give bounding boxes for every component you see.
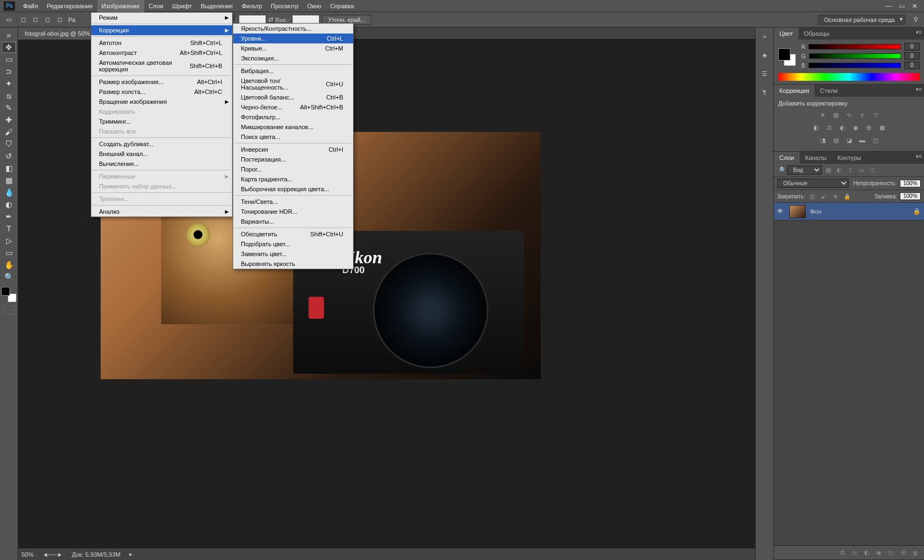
tab-layers[interactable]: Слои — [774, 152, 800, 164]
hue-sat-icon[interactable]: ◧ — [811, 123, 821, 132]
menu-item[interactable]: Постеризация... — [233, 154, 353, 164]
gradient-map-icon[interactable]: ▬ — [857, 135, 867, 145]
new-group-icon[interactable]: 🗀 — [887, 548, 895, 557]
selection-intersect-icon[interactable]: ◻ — [54, 14, 65, 25]
swap-dims-icon[interactable]: ⇄ — [268, 16, 273, 23]
fill-value[interactable]: 100% — [900, 192, 921, 200]
menu-редактирование[interactable]: Редактирование — [42, 0, 97, 12]
new-adjustment-icon[interactable]: ◉ — [875, 548, 883, 557]
menu-item[interactable]: Уровни...Ctrl+L — [233, 34, 353, 43]
r-value[interactable]: 0 — [904, 43, 920, 51]
character-panel-icon[interactable]: ¶ — [758, 86, 771, 99]
brightness-contrast-icon[interactable]: ☀ — [818, 110, 828, 120]
brush-tool[interactable]: 🖌 — [2, 126, 16, 137]
menu-item[interactable]: Размер холста...Alt+Ctrl+C — [91, 87, 232, 97]
menu-item[interactable]: Порог... — [233, 164, 353, 174]
hand-tool[interactable]: ✋ — [2, 259, 16, 270]
visibility-toggle-icon[interactable]: 👁 — [777, 208, 785, 215]
panel-menu-icon[interactable]: ▾≡ — [916, 29, 922, 35]
eyedropper-tool[interactable]: ✎ — [2, 102, 16, 113]
dodge-tool[interactable]: ◐ — [2, 199, 16, 210]
shape-tool[interactable]: ▭ — [2, 247, 16, 258]
panel-menu-icon[interactable]: ▾≡ — [916, 153, 922, 159]
b-value[interactable]: 0 — [904, 62, 920, 69]
color-spectrum[interactable] — [778, 73, 920, 81]
color-lookup-icon[interactable]: ▦ — [877, 123, 887, 132]
color-balance-icon[interactable]: ⚖ — [824, 123, 834, 132]
menu-шрифт[interactable]: Шрифт — [168, 0, 196, 12]
stamp-tool[interactable]: ⛉ — [2, 138, 16, 149]
layer-mask-icon[interactable]: ◐ — [862, 548, 871, 557]
menu-item[interactable]: Вычисления... — [91, 159, 232, 169]
menu-item[interactable]: Поиск цвета... — [233, 132, 353, 142]
menu-слои[interactable]: Слои — [144, 0, 168, 12]
tab-paths[interactable]: Контуры — [832, 152, 867, 164]
opacity-value[interactable]: 100% — [900, 180, 921, 187]
quick-mask-toggle[interactable] — [3, 306, 15, 314]
gradient-tool[interactable]: ▦ — [2, 175, 16, 186]
wand-tool[interactable]: ✦ — [2, 78, 16, 89]
menu-item[interactable]: Яркость/Контрастность... — [233, 24, 353, 34]
filter-search-icon[interactable]: 🔎 — [777, 167, 785, 174]
menu-item[interactable]: Коррекция▶ — [91, 25, 232, 35]
blur-tool[interactable]: 💧 — [2, 187, 16, 198]
toolbox-grip[interactable]: » — [2, 30, 16, 41]
threshold-icon[interactable]: ◪ — [844, 135, 854, 145]
history-brush-tool[interactable]: ↺ — [2, 151, 16, 162]
menu-item[interactable]: Заменить цвет... — [233, 249, 353, 259]
path-select-tool[interactable]: ▷ — [2, 235, 16, 246]
marquee-tool[interactable]: ▭ — [2, 54, 16, 65]
menu-item[interactable]: Карта градиента... — [233, 174, 353, 184]
menu-окно[interactable]: Окно — [303, 0, 326, 12]
menu-item[interactable]: Режим▶ — [91, 13, 232, 23]
posterize-icon[interactable]: ▤ — [831, 135, 841, 145]
blend-mode-dropdown[interactable]: Обычные — [777, 179, 849, 188]
strip-grip[interactable]: » — [758, 30, 771, 43]
foreground-color[interactable] — [1, 287, 10, 296]
new-layer-icon[interactable]: ⊞ — [899, 548, 908, 557]
exposure-icon[interactable]: ± — [857, 110, 867, 120]
selection-new-icon[interactable]: ◻ — [18, 14, 29, 25]
layer-row[interactable]: 👁 Фон 🔒 — [774, 203, 924, 220]
search-icon[interactable]: ⚲ — [911, 15, 921, 25]
tab-color[interactable]: Цвет — [774, 27, 799, 40]
close-button[interactable]: ✕ — [910, 2, 920, 10]
menu-item[interactable]: Тримминг... — [91, 117, 232, 126]
selection-subtract-icon[interactable]: ◻ — [42, 14, 53, 25]
menu-справка[interactable]: Справка — [326, 0, 358, 12]
history-panel-icon[interactable]: ◈ — [758, 48, 771, 62]
tool-preset-icon[interactable]: ▭ — [3, 14, 14, 25]
menu-item[interactable]: Размер изображения...Alt+Ctrl+I — [91, 77, 232, 87]
menu-item[interactable]: Кривые...Ctrl+M — [233, 43, 353, 53]
menu-item[interactable]: ОбесцветитьShift+Ctrl+U — [233, 229, 353, 239]
zoom-tool[interactable]: 🔍 — [2, 271, 16, 282]
menu-item[interactable]: Внешний канал... — [91, 149, 232, 159]
lasso-tool[interactable]: ⊃ — [2, 66, 16, 77]
menu-выделение[interactable]: Выделение — [196, 0, 237, 12]
tab-styles[interactable]: Стили — [815, 85, 843, 97]
minimize-button[interactable]: — — [883, 2, 893, 10]
menu-item[interactable]: Фотофильтр... — [233, 112, 353, 122]
fg-color-swatch[interactable] — [778, 48, 790, 60]
menu-item[interactable]: ИнверсияCtrl+I — [233, 145, 353, 154]
layer-thumbnail[interactable] — [789, 205, 806, 218]
selection-add-icon[interactable]: ◻ — [30, 14, 41, 25]
menu-item[interactable]: Вращение изображения▶ — [91, 97, 232, 107]
delete-layer-icon[interactable]: 🗑 — [911, 548, 920, 557]
move-tool[interactable]: ✥ — [2, 42, 16, 53]
crop-tool[interactable]: ⧅ — [2, 90, 16, 101]
vibrance-icon[interactable]: ▽ — [871, 110, 881, 120]
lock-position-icon[interactable]: ✥ — [831, 192, 840, 201]
color-fg-bg-swatch[interactable] — [778, 48, 796, 66]
menu-item[interactable]: Выровнять яркость — [233, 259, 353, 269]
g-value[interactable]: 0 — [904, 52, 920, 60]
menu-item[interactable]: Экспозиция... — [233, 53, 353, 63]
foreground-background-swatch[interactable] — [1, 287, 16, 302]
filter-shape-icon[interactable]: ▭ — [857, 166, 866, 175]
menu-item[interactable]: Черно-белое...Alt+Shift+Ctrl+B — [233, 102, 353, 112]
layer-fx-icon[interactable]: fx — [850, 548, 859, 557]
lock-transparent-icon[interactable]: ▨ — [808, 192, 817, 201]
bw-icon[interactable]: ◐ — [838, 123, 848, 132]
menu-item[interactable]: Вибрация... — [233, 66, 353, 76]
filter-adjust-icon[interactable]: ◐ — [835, 166, 844, 175]
